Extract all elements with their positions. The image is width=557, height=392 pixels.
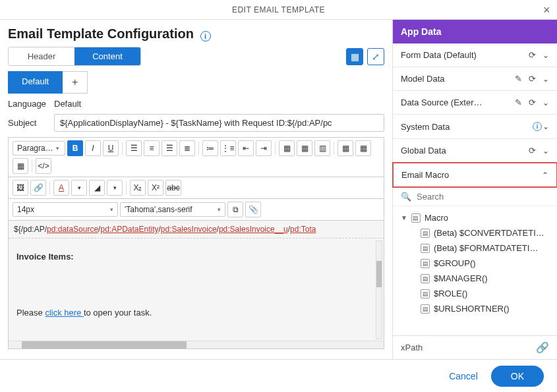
info-icon[interactable]: i xyxy=(533,122,542,131)
grid1-icon[interactable]: ▦ xyxy=(337,140,353,156)
section-email-macro[interactable]: Email Macro ⌃ xyxy=(392,162,557,188)
editor-toolbar-row1: Paragra…▾ B I U ☰ ≡ ☰ ≣ ≔ ⋮≡ ⇤ ⇥ ▦ ▦ ▥ ▦… xyxy=(8,137,384,177)
section-system-data[interactable]: System Data i ⌄ xyxy=(393,115,557,139)
language-label: Language xyxy=(8,99,54,109)
tree-item[interactable]: ▤$MANAGER() xyxy=(398,271,552,286)
chevron-up-icon[interactable]: ⌃ xyxy=(542,171,548,180)
fill-color-caret[interactable]: ▾ xyxy=(107,180,123,196)
section-model-data[interactable]: Model Data ✎⟳⌄ xyxy=(393,67,557,91)
text-color-caret[interactable]: ▾ xyxy=(71,180,87,196)
refresh-icon[interactable]: ⟳ xyxy=(529,50,536,60)
xpath-row: xPath 🔗 xyxy=(393,335,557,359)
modal-footer: Cancel OK xyxy=(0,359,557,392)
subtab-add[interactable]: + xyxy=(63,71,88,94)
macro-tree: ▼▤Macro ▤(Beta) $CONVERTDATETI… ▤(Beta) … xyxy=(393,206,557,335)
editor-breadcrumb: ${/pd:AP/pd:dataSource/pd:APDataEntity/p… xyxy=(9,221,384,238)
refresh-icon[interactable]: ⟳ xyxy=(529,146,536,155)
edit-icon[interactable]: ✎ xyxy=(515,98,522,107)
language-value: Default xyxy=(54,99,81,109)
modal-header: EDIT EMAIL TEMPLATE × xyxy=(0,0,557,20)
editor-toolbar-row2: 🖼 🔗 A ▾ ◢ ▾ X₂ X² abc xyxy=(8,177,384,199)
subtab-default[interactable]: Default xyxy=(8,71,63,94)
table-row-icon[interactable]: ▥ xyxy=(314,140,330,156)
vertical-scrollbar[interactable] xyxy=(376,240,382,339)
search-icon: 🔍 xyxy=(401,192,411,202)
source-icon[interactable]: </> xyxy=(36,158,51,174)
italic-button[interactable]: I xyxy=(85,140,101,156)
fontfamily-select[interactable]: 'Tahoma',sans-serif▾ xyxy=(120,202,225,217)
align-right-icon[interactable]: ☰ xyxy=(161,140,177,156)
horizontal-scrollbar[interactable] xyxy=(9,341,384,349)
superscript-icon[interactable]: X² xyxy=(148,180,163,196)
editor-area[interactable]: ${/pd:AP/pd:dataSource/pd:APDataEntity/p… xyxy=(8,221,384,349)
chevron-down-icon[interactable]: ⌄ xyxy=(542,74,549,84)
editor-toolbar-row3: 14px▾ 'Tahoma',sans-serif▾ ⧉ 📎 xyxy=(8,199,384,221)
main-tabs: Header Content xyxy=(8,47,141,66)
page-title: Email Template Configuration xyxy=(8,26,194,42)
table-icon[interactable]: ▦ xyxy=(279,140,295,156)
align-left-icon[interactable]: ☰ xyxy=(126,140,142,156)
chevron-down-icon[interactable]: ⌄ xyxy=(542,98,549,107)
link-icon[interactable]: 🔗 xyxy=(30,180,46,196)
section-form-data[interactable]: Form Data (Default) ⟳⌄ xyxy=(393,43,557,67)
section-data-source[interactable]: Data Source (Exter… ✎⟳⌄ xyxy=(393,91,557,115)
modal-title: EDIT EMAIL TEMPLATE xyxy=(232,5,325,14)
align-center-icon[interactable]: ≡ xyxy=(144,140,160,156)
strikethrough-icon[interactable]: abc xyxy=(165,180,181,196)
embed-icon[interactable]: ⧉ xyxy=(227,202,243,217)
table-insert-icon[interactable]: ▦ xyxy=(297,140,312,156)
bold-button[interactable]: B xyxy=(67,140,83,156)
paragraph-select[interactable]: Paragra…▾ xyxy=(13,141,65,155)
tree-item[interactable]: ▤$ROLE() xyxy=(398,286,552,301)
edit-icon[interactable]: ✎ xyxy=(515,74,522,84)
indent-icon[interactable]: ⇥ xyxy=(256,140,272,156)
outdent-icon[interactable]: ⇤ xyxy=(238,140,254,156)
unordered-list-icon[interactable]: ⋮≡ xyxy=(220,140,236,156)
search-input[interactable] xyxy=(417,192,549,202)
search-row: 🔍 xyxy=(393,188,557,206)
subject-label: Subject xyxy=(8,118,54,128)
align-justify-icon[interactable]: ≣ xyxy=(179,140,195,156)
layout-icon[interactable]: ▦ xyxy=(346,48,363,65)
fill-color-icon[interactable]: ◢ xyxy=(89,180,105,196)
attachment-icon[interactable]: 📎 xyxy=(245,202,261,217)
chevron-down-icon[interactable]: ⌄ xyxy=(542,146,549,155)
cancel-button[interactable]: Cancel xyxy=(449,371,478,381)
fontsize-select[interactable]: 14px▾ xyxy=(13,202,118,217)
info-icon[interactable]: i xyxy=(200,31,211,42)
section-global-data[interactable]: Global Data ⟳⌄ xyxy=(393,139,557,163)
click-here-link[interactable]: click here xyxy=(45,308,84,318)
tab-content[interactable]: Content xyxy=(74,47,140,65)
image-icon[interactable]: 🖼 xyxy=(13,180,28,196)
link-icon[interactable]: 🔗 xyxy=(536,341,549,354)
tree-item[interactable]: ▤(Beta) $FORMATDATETI… xyxy=(398,240,552,256)
refresh-icon[interactable]: ⟳ xyxy=(529,74,536,84)
editor-heading: Invoice Items: xyxy=(16,252,376,262)
underline-button[interactable]: U xyxy=(103,140,119,156)
refresh-icon[interactable]: ⟳ xyxy=(529,98,536,107)
tree-root[interactable]: ▼▤Macro xyxy=(398,210,552,225)
grid2-icon[interactable]: ▦ xyxy=(355,140,371,156)
chevron-down-icon[interactable]: ⌄ xyxy=(542,51,549,60)
grid3-icon[interactable]: ▦ xyxy=(13,158,28,174)
tree-item[interactable]: ▤(Beta) $CONVERTDATETI… xyxy=(398,225,552,240)
subscript-icon[interactable]: X₂ xyxy=(130,180,146,196)
tree-item[interactable]: ▤$GROUP() xyxy=(398,256,552,271)
app-data-title: App Data xyxy=(393,20,557,43)
ok-button[interactable]: OK xyxy=(491,366,544,387)
tree-item[interactable]: ▤$URLSHORTNER() xyxy=(398,301,552,316)
expand-icon[interactable]: ⤢ xyxy=(367,48,384,65)
ordered-list-icon[interactable]: ≔ xyxy=(202,140,218,156)
tab-header[interactable]: Header xyxy=(9,47,74,65)
text-color-icon[interactable]: A xyxy=(53,180,69,196)
close-icon[interactable]: × xyxy=(543,3,550,17)
chevron-down-icon[interactable]: ⌄ xyxy=(542,122,549,131)
subject-input[interactable] xyxy=(54,114,384,132)
